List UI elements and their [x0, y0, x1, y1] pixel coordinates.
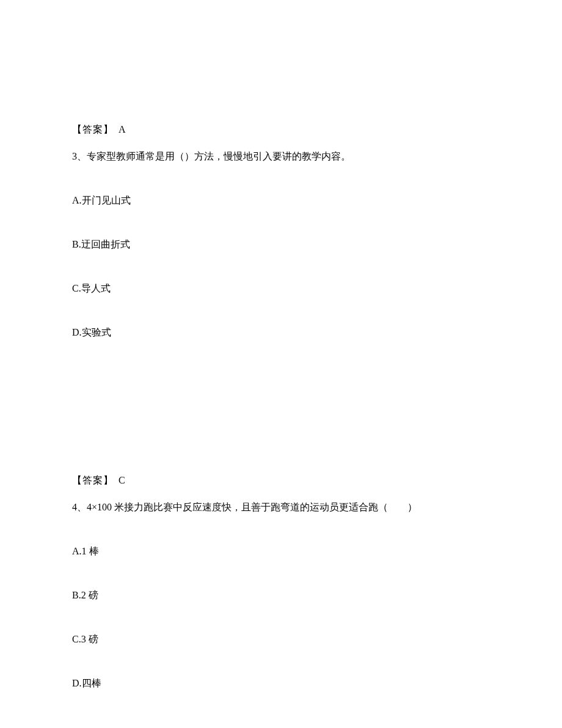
option-3a: A.开门见山式 — [72, 193, 490, 208]
option-4a: A.1 棒 — [72, 544, 490, 559]
answer-block-1: 【答案】 A — [72, 122, 490, 137]
document-content: 【答案】 A 3、专家型教师通常是用（）方法，慢慢地引入要讲的教学内容。 A.开… — [0, 0, 562, 691]
answer-label: 【答案】 — [72, 124, 114, 134]
question-number: 4、 — [72, 502, 87, 512]
spacer — [72, 369, 490, 473]
question-number: 3、 — [72, 151, 87, 161]
answer-block-2: 【答案】 C — [72, 473, 490, 488]
option-4b: B.2 磅 — [72, 588, 490, 603]
answer-label: 【答案】 — [72, 475, 114, 485]
option-3c: C.导人式 — [72, 281, 490, 296]
answer-value: A — [119, 124, 126, 134]
option-3b: B.迂回曲折式 — [72, 237, 490, 252]
question-text: 4×100 米接力跑比赛中反应速度快，且善于跑弯道的运动员更适合跑（ ） — [87, 502, 417, 512]
option-4c: C.3 磅 — [72, 632, 490, 647]
answer-value: C — [119, 475, 125, 485]
question-text: 专家型教师通常是用（）方法，慢慢地引入要讲的教学内容。 — [87, 151, 351, 161]
option-4d: D.四棒 — [72, 676, 490, 691]
option-3d: D.实验式 — [72, 325, 490, 340]
question-4: 4、4×100 米接力跑比赛中反应速度快，且善于跑弯道的运动员更适合跑（ ） — [72, 500, 490, 515]
question-3: 3、专家型教师通常是用（）方法，慢慢地引入要讲的教学内容。 — [72, 149, 490, 164]
